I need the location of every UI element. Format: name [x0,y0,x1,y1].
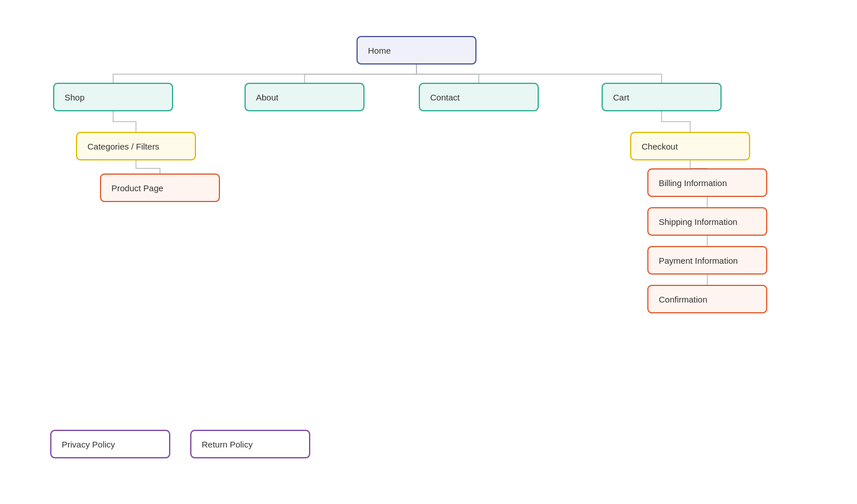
return-policy-node[interactable]: Return Policy [190,430,310,458]
confirmation-label: Confirmation [659,295,707,304]
cart-node[interactable]: Cart [602,83,722,111]
cart-label: Cart [613,92,629,102]
about-node[interactable]: About [245,83,365,111]
contact-node[interactable]: Contact [419,83,539,111]
checkout-node[interactable]: Checkout [630,132,750,160]
shipping-node[interactable]: Shipping Information [647,207,767,236]
return-label: Return Policy [202,440,253,449]
checkout-label: Checkout [642,142,678,151]
product-page-node[interactable]: Product Page [100,174,220,202]
shop-node[interactable]: Shop [53,83,173,111]
home-label: Home [368,46,391,55]
categories-node[interactable]: Categories / Filters [76,132,196,160]
shop-label: Shop [65,92,85,102]
about-label: About [256,92,278,102]
privacy-label: Privacy Policy [62,440,115,449]
home-node[interactable]: Home [357,36,476,64]
product-label: Product Page [111,183,163,193]
shipping-label: Shipping Information [659,217,738,227]
categories-label: Categories / Filters [87,142,159,151]
confirmation-node[interactable]: Confirmation [647,285,767,313]
privacy-policy-node[interactable]: Privacy Policy [50,430,170,458]
billing-label: Billing Information [659,178,727,188]
payment-node[interactable]: Payment Information [647,246,767,275]
contact-label: Contact [430,92,460,102]
payment-label: Payment Information [659,256,738,265]
billing-node[interactable]: Billing Information [647,168,767,197]
